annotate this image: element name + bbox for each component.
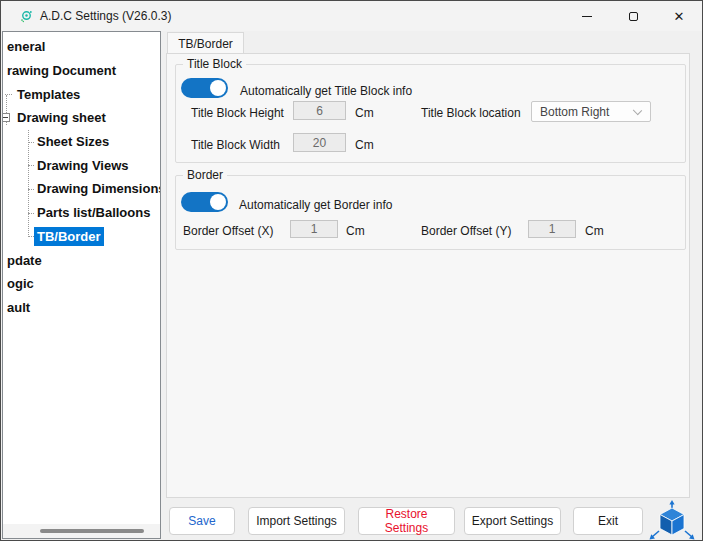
export-settings-button[interactable]: Export Settings [464, 507, 561, 535]
settings-tree: eneral rawing Document Templates Drawing… [3, 35, 160, 319]
tb-border-tab-page: Title Block Automatically get Title Bloc… [166, 53, 690, 498]
border-offset-x-label: Border Offset (X) [183, 224, 273, 238]
chevron-down-icon [633, 106, 642, 115]
cube-3d-logo-icon [647, 500, 697, 541]
adc-app-icon [19, 9, 34, 24]
tree-item-vault[interactable]: ault [3, 296, 160, 320]
title-block-group: Title Block Automatically get Title Bloc… [175, 64, 686, 163]
maximize-icon [629, 12, 638, 21]
border-offset-y-unit: Cm [585, 224, 604, 238]
tree-item-general[interactable]: eneral [3, 35, 160, 59]
border-offset-y-label: Border Offset (Y) [421, 224, 511, 238]
border-auto-toggle[interactable] [181, 192, 228, 212]
window-title: A.D.C Settings (V26.0.3) [40, 1, 171, 31]
tree-item-drawing-sheet[interactable]: Drawing sheet [3, 106, 160, 130]
maximize-button[interactable] [610, 1, 656, 31]
close-button[interactable]: ✕ [656, 1, 702, 31]
tree-item-sheet-sizes[interactable]: Sheet Sizes [3, 130, 160, 154]
close-icon: ✕ [674, 10, 685, 23]
border-offset-x-unit: Cm [346, 224, 365, 238]
title-block-height-input[interactable] [293, 101, 346, 120]
title-block-auto-toggle[interactable] [181, 78, 228, 98]
border-legend: Border [183, 168, 227, 182]
minimize-icon [582, 16, 592, 17]
title-block-height-unit: Cm [355, 106, 374, 120]
save-button[interactable]: Save [169, 507, 235, 535]
title-block-width-unit: Cm [355, 138, 374, 152]
import-settings-button[interactable]: Import Settings [248, 507, 345, 535]
border-auto-label: Automatically get Border info [239, 198, 392, 212]
settings-tree-panel: eneral rawing Document Templates Drawing… [2, 31, 161, 539]
tree-item-drawing-views[interactable]: Drawing Views [3, 153, 160, 177]
tab-tb-border[interactable]: TB/Border [167, 32, 244, 54]
collapse-minus-icon[interactable] [2, 113, 10, 122]
tree-item-drawing-document[interactable]: rawing Document [3, 59, 160, 83]
title-block-location-select[interactable]: Bottom Right [531, 101, 651, 122]
restore-settings-button[interactable]: Restore Settings [358, 507, 455, 535]
exit-button[interactable]: Exit [573, 507, 643, 535]
tree-horizontal-scrollbar[interactable] [3, 524, 160, 538]
tree-item-tb-border[interactable]: TB/Border [3, 225, 160, 249]
adc-settings-window: A.D.C Settings (V26.0.3) ✕ eneral rawing… [0, 0, 703, 541]
title-block-height-label: Title Block Height [191, 106, 284, 120]
tree-item-templates[interactable]: Templates [3, 82, 160, 106]
title-block-location-label: Title Block location [421, 106, 521, 120]
scrollbar-thumb[interactable] [40, 529, 144, 533]
tree-item-parts-list-balloons[interactable]: Parts list/Balloons [3, 201, 160, 225]
tree-item-update[interactable]: pdate [3, 248, 160, 272]
tree-item-logic[interactable]: ogic [3, 272, 160, 296]
title-block-width-label: Title Block Width [191, 138, 280, 152]
title-block-legend: Title Block [183, 57, 246, 71]
minimize-button[interactable] [564, 1, 610, 31]
tree-item-drawing-dimensions[interactable]: Drawing Dimensions [3, 177, 160, 201]
title-block-width-input[interactable] [293, 133, 346, 152]
title-block-auto-label: Automatically get Title Block info [240, 84, 412, 98]
border-offset-y-input[interactable] [528, 220, 576, 238]
border-offset-x-input[interactable] [290, 220, 338, 238]
border-group: Border Automatically get Border info Bor… [175, 175, 686, 250]
titlebar[interactable]: A.D.C Settings (V26.0.3) ✕ [1, 1, 702, 31]
